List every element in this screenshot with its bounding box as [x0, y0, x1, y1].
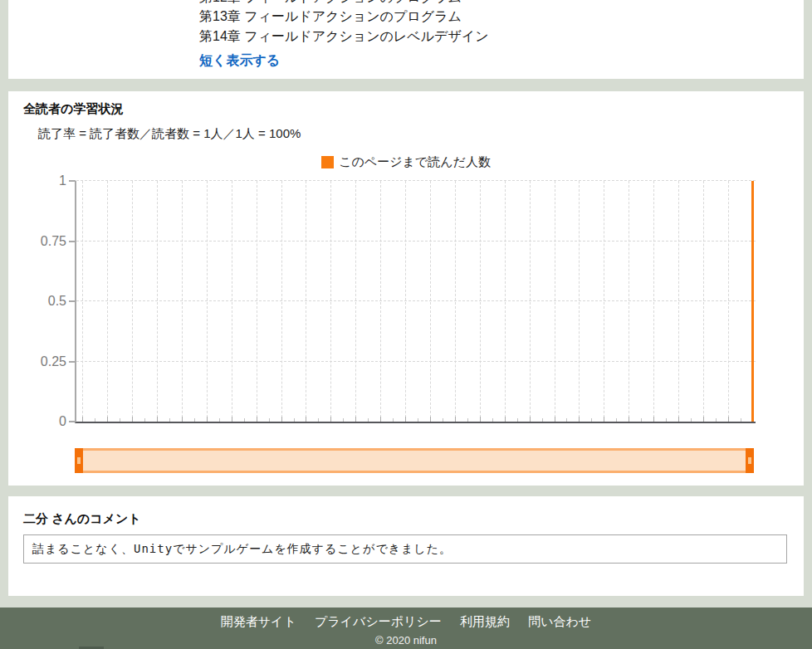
- completion-rate-formula: 読了率 = 読了者数／読者数 = 1人／1人 = 100%: [38, 126, 301, 142]
- x-minor-tick: [95, 418, 95, 422]
- x-tick: [380, 417, 381, 422]
- x-minor-tick: [343, 418, 344, 422]
- toc-chapter-14: 第14章 フィールドアクションのレベルデザイン: [199, 28, 489, 46]
- x-tick: [330, 417, 331, 422]
- x-tick: [455, 417, 456, 422]
- x-minor-tick: [269, 418, 270, 422]
- x-minor-tick: [393, 418, 394, 422]
- chart-legend[interactable]: このページまで読んだ人数: [8, 154, 804, 170]
- x-gridline: [306, 181, 306, 422]
- x-tick: [82, 417, 83, 422]
- x-minor-tick: [591, 418, 592, 422]
- x-gridline: [579, 181, 580, 422]
- x-tick: [132, 417, 133, 422]
- x-gridline: [107, 181, 108, 422]
- slider-handle-left[interactable]: [75, 448, 83, 473]
- slider-grip-icon: [748, 457, 751, 464]
- x-tick: [207, 417, 208, 422]
- x-tick: [629, 417, 629, 422]
- x-gridline: [653, 181, 654, 422]
- readers-chart: 00.250.50.751 82035506580951121321521721…: [8, 181, 804, 422]
- comment-card: 二分 さんのコメント 詰まることなく、Unityでサンプルゲームを作成することが…: [8, 496, 804, 596]
- x-gridline: [728, 181, 729, 422]
- x-minor-tick: [368, 418, 369, 422]
- x-minor-tick: [219, 418, 220, 422]
- show-less-link[interactable]: 短く表示する: [199, 52, 280, 70]
- x-gridline: [232, 181, 232, 422]
- x-minor-tick: [492, 418, 493, 422]
- footer-link-terms[interactable]: 利用規約: [460, 614, 510, 630]
- y-tick-label: 0.25: [41, 354, 66, 369]
- clipped-text-line: 第12章 フィールドアクションのプログラム: [199, 0, 548, 5]
- x-tick: [703, 417, 704, 422]
- x-gridline: [281, 181, 282, 422]
- x-tick: [530, 417, 531, 422]
- x-tick: [107, 417, 108, 422]
- x-minor-tick: [467, 418, 468, 422]
- x-tick: [257, 417, 257, 422]
- comment-box: 詰まることなく、Unityでサンプルゲームを作成することができました。: [23, 534, 787, 564]
- x-gridline: [555, 181, 555, 422]
- x-gridline: [530, 181, 531, 422]
- slider-grip-icon: [77, 457, 81, 464]
- footer-link-developer-site[interactable]: 開発者サイト: [221, 614, 296, 630]
- x-gridline: [330, 181, 331, 422]
- x-minor-tick: [691, 418, 692, 422]
- x-tick: [306, 417, 306, 422]
- footer-link-privacy-policy[interactable]: プライバシーポリシー: [315, 614, 442, 630]
- x-minor-tick: [741, 418, 741, 422]
- x-minor-tick: [244, 418, 245, 422]
- x-gridline: [182, 181, 183, 422]
- toc-chapter-13: 第13章 フィールドアクションのプログラム: [199, 8, 462, 26]
- x-tick: [579, 417, 580, 422]
- x-tick: [281, 417, 282, 422]
- page-range-slider[interactable]: [75, 448, 754, 473]
- legend-label: このページまで読んだ人数: [339, 154, 491, 168]
- x-tick: [182, 417, 183, 422]
- x-minor-tick: [294, 418, 295, 422]
- x-minor-tick: [517, 418, 518, 422]
- y-tick: [69, 241, 76, 242]
- x-gridline: [355, 181, 356, 422]
- x-minor-tick: [120, 418, 120, 422]
- x-tick: [555, 417, 555, 422]
- x-tick: [157, 417, 158, 422]
- x-minor-tick: [616, 418, 617, 422]
- x-minor-tick: [666, 418, 667, 422]
- x-gridline: [604, 181, 604, 422]
- learning-status-card: 全読者の学習状況 読了率 = 読了者数／読者数 = 1人／1人 = 100% こ…: [8, 91, 804, 486]
- x-tick: [355, 417, 356, 422]
- slider-handle-right[interactable]: [746, 448, 754, 473]
- y-tick: [69, 300, 76, 302]
- x-minor-tick: [144, 418, 145, 422]
- x-tick: [232, 417, 232, 422]
- footer-link-contact[interactable]: 問い合わせ: [528, 614, 591, 630]
- x-gridline: [678, 181, 679, 422]
- toc-card: 第12章 フィールドアクションのプログラム 第13章 フィールドアクションのプロ…: [8, 0, 804, 79]
- x-gridline: [629, 181, 629, 422]
- y-tick-label: 0.5: [48, 294, 66, 309]
- y-tick-label: 0: [59, 414, 66, 429]
- x-minor-tick: [566, 418, 567, 422]
- x-gridline: [430, 181, 431, 422]
- x-gridline: [405, 181, 406, 422]
- clipped-chapter-text: 第12章 フィールドアクションのプログラム: [199, 0, 548, 5]
- x-gridline: [380, 181, 381, 422]
- x-minor-tick: [542, 418, 543, 422]
- x-minor-tick: [641, 418, 642, 422]
- y-tick-label: 1: [59, 173, 66, 188]
- comment-title: 二分 さんのコメント: [23, 511, 141, 527]
- x-minor-tick: [169, 418, 170, 422]
- section-title: 全読者の学習状況: [23, 101, 123, 117]
- legend-swatch-icon: [321, 156, 334, 168]
- x-tick: [604, 417, 604, 422]
- footer-links: 開発者サイト プライバシーポリシー 利用規約 問い合わせ: [0, 608, 812, 630]
- x-minor-tick: [194, 418, 195, 422]
- x-minor-tick: [318, 418, 319, 422]
- x-gridline: [257, 181, 257, 422]
- page: 第12章 フィールドアクションのプログラム 第13章 フィールドアクションのプロ…: [0, 0, 812, 649]
- x-tick: [405, 417, 406, 422]
- x-tick: [653, 417, 654, 422]
- x-gridline: [505, 181, 506, 422]
- series-line: [751, 181, 754, 422]
